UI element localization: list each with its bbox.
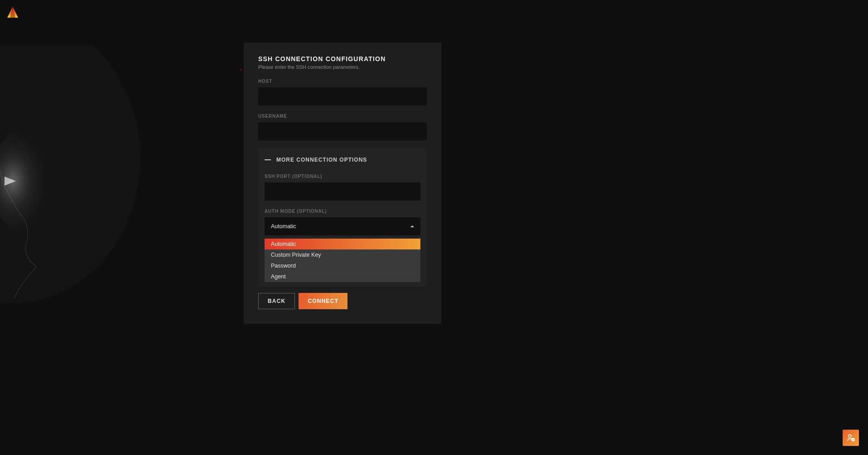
- more-options-section: MORE CONNECTION OPTIONS SSH PORT (OPTION…: [258, 148, 427, 287]
- connect-button[interactable]: CONNECT: [299, 293, 347, 309]
- help-button[interactable]: ?: [843, 430, 859, 446]
- indicator-dot: [241, 69, 241, 70]
- svg-point-2: [849, 435, 851, 437]
- ssh-config-panel: SSH CONNECTION CONFIGURATION Please ente…: [244, 43, 441, 324]
- svg-text:?: ?: [852, 439, 854, 441]
- app-logo: [5, 5, 20, 20]
- background-face-decoration: [0, 45, 159, 362]
- auth-mode-selected-value: Automatic: [271, 223, 296, 230]
- host-input[interactable]: [258, 87, 427, 105]
- auth-mode-option-automatic[interactable]: Automatic: [265, 239, 420, 249]
- username-label: USERNAME: [258, 114, 427, 119]
- more-options-label: MORE CONNECTION OPTIONS: [276, 157, 367, 163]
- auth-mode-option-agent[interactable]: Agent: [265, 271, 420, 282]
- more-options-toggle[interactable]: MORE CONNECTION OPTIONS: [265, 157, 420, 163]
- panel-title: SSH CONNECTION CONFIGURATION: [258, 55, 427, 62]
- svg-point-0: [0, 45, 140, 303]
- auth-mode-dropdown: Automatic Custom Private Key Password Ag…: [265, 239, 420, 282]
- user-help-icon: ?: [846, 433, 855, 442]
- svg-point-1: [0, 127, 63, 235]
- auth-mode-select[interactable]: Automatic Automatic Custom Private Key P…: [265, 217, 420, 235]
- auth-mode-label: AUTH MODE (OPTIONAL): [265, 209, 420, 214]
- ssh-port-label: SSH PORT (OPTIONAL): [265, 174, 420, 179]
- panel-subtitle: Please enter the SSH connection paramete…: [258, 64, 427, 70]
- host-label: HOST: [258, 79, 427, 84]
- auth-mode-option-custom-key[interactable]: Custom Private Key: [265, 249, 420, 260]
- ssh-port-input[interactable]: [265, 182, 420, 201]
- back-button[interactable]: BACK: [258, 293, 295, 309]
- button-row: BACK CONNECT: [258, 293, 427, 309]
- caret-up-icon: [410, 225, 414, 227]
- collapse-icon: [265, 159, 271, 160]
- username-input[interactable]: [258, 122, 427, 140]
- auth-mode-option-password[interactable]: Password: [265, 260, 420, 271]
